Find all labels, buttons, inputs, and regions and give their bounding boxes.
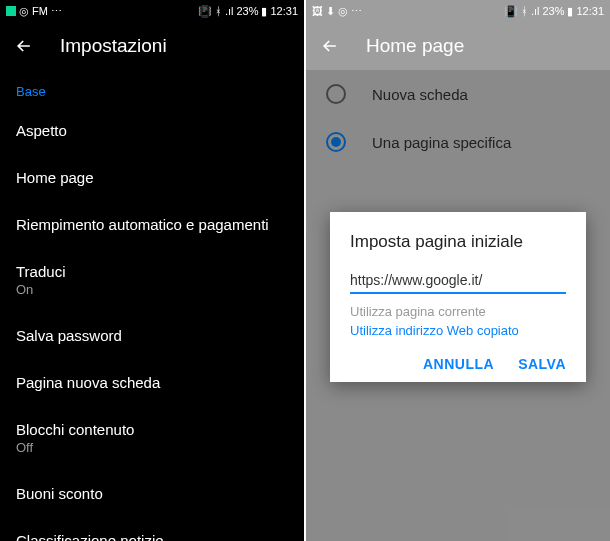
signal-icon: .ıl bbox=[225, 5, 234, 17]
download-icon: ⬇ bbox=[326, 5, 335, 18]
item-salva-password[interactable]: Salva password bbox=[0, 312, 304, 359]
item-aspetto[interactable]: Aspetto bbox=[0, 107, 304, 154]
back-button[interactable] bbox=[12, 34, 36, 58]
clock: 12:31 bbox=[576, 5, 604, 17]
cancel-button[interactable]: ANNULLA bbox=[423, 356, 494, 372]
page-title: Impostazioni bbox=[60, 35, 167, 57]
use-current-page[interactable]: Utilizza pagina corrente bbox=[350, 304, 566, 319]
homepage-url-input[interactable] bbox=[350, 268, 566, 294]
item-blocchi-contenuto[interactable]: Blocchi contenuto Off bbox=[0, 406, 304, 470]
status-bar: 🖼 ⬇ ◎ ⋯ 📳 ᚼ .ıl 23% ▮ 12:31 bbox=[306, 0, 610, 22]
homepage-dialog: Imposta pagina iniziale Utilizza pagina … bbox=[330, 212, 586, 382]
bt-icon: ᚼ bbox=[215, 5, 222, 17]
item-traduci[interactable]: Traduci On bbox=[0, 248, 304, 312]
screen-settings: ◎ FM ⋯ 📳 ᚼ .ıl 23% ▮ 12:31 Impostazioni … bbox=[0, 0, 304, 541]
signal-icon: .ıl bbox=[531, 5, 540, 17]
battery-icon: ▮ bbox=[261, 5, 267, 18]
item-home-page[interactable]: Home page bbox=[0, 154, 304, 201]
vibrate-icon: 📳 bbox=[198, 5, 212, 18]
battery-pct: 23% bbox=[236, 5, 258, 17]
fm-label: FM bbox=[32, 5, 48, 17]
app-bar: Impostazioni bbox=[0, 22, 304, 70]
battery-icon: ▮ bbox=[567, 5, 573, 18]
section-header-base: Base bbox=[0, 70, 304, 107]
item-classificazione[interactable]: Classificazione notizie bbox=[0, 517, 304, 541]
use-copied-url[interactable]: Utilizza indirizzo Web copiato bbox=[350, 323, 566, 338]
radio-icon: ◎ bbox=[19, 5, 29, 18]
battery-pct: 23% bbox=[542, 5, 564, 17]
image-icon: 🖼 bbox=[312, 5, 323, 17]
back-button[interactable] bbox=[318, 34, 342, 58]
item-nuova-scheda[interactable]: Pagina nuova scheda bbox=[0, 359, 304, 406]
more-dots: ⋯ bbox=[51, 5, 62, 18]
sim-icon bbox=[6, 6, 16, 16]
app-bar: Home page bbox=[306, 22, 610, 70]
dialog-title: Imposta pagina iniziale bbox=[350, 232, 566, 252]
item-buoni-sconto[interactable]: Buoni sconto bbox=[0, 470, 304, 517]
more-dots: ⋯ bbox=[351, 5, 362, 18]
status-bar: ◎ FM ⋯ 📳 ᚼ .ıl 23% ▮ 12:31 bbox=[0, 0, 304, 22]
radio-icon: ◎ bbox=[338, 5, 348, 18]
save-button[interactable]: SALVA bbox=[518, 356, 566, 372]
clock: 12:31 bbox=[270, 5, 298, 17]
item-autofill[interactable]: Riempimento automatico e pagamenti bbox=[0, 201, 304, 248]
screen-homepage: 🖼 ⬇ ◎ ⋯ 📳 ᚼ .ıl 23% ▮ 12:31 Home page Nu… bbox=[306, 0, 610, 541]
vibrate-icon: 📳 bbox=[504, 5, 518, 18]
bt-icon: ᚼ bbox=[521, 5, 528, 17]
page-title: Home page bbox=[366, 35, 464, 57]
